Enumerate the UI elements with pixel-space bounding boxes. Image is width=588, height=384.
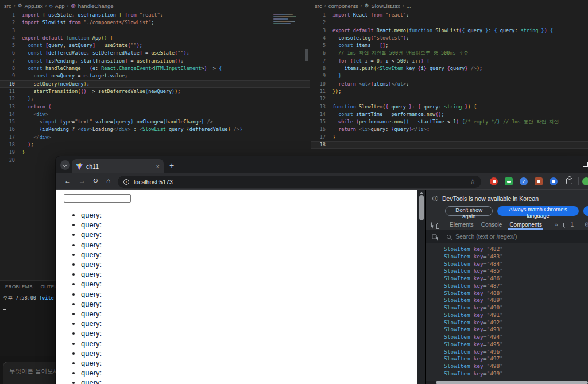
- component-tree-row[interactable]: SlowItem key="484": [444, 261, 588, 268]
- breadcrumb-item[interactable]: components: [328, 3, 358, 9]
- tab-close-icon[interactable]: ×: [156, 163, 160, 170]
- code-line[interactable]: 19}: [0, 149, 310, 156]
- code-line[interactable]: 15 while (performance.now() - startTime …: [311, 118, 588, 126]
- code-line[interactable]: 5 const items = [];: [311, 42, 588, 49]
- component-tree-row[interactable]: SlowItem key="485": [444, 267, 588, 275]
- code-line[interactable]: 1import { useState, useTransition } from…: [0, 11, 310, 19]
- code-line[interactable]: 9 }: [311, 72, 588, 80]
- code-line[interactable]: 1import React from "react";: [311, 11, 588, 19]
- component-tree-row[interactable]: SlowItem key="486": [444, 275, 588, 282]
- component-tree-row[interactable]: SlowItem key="491": [444, 312, 588, 319]
- maximize-button[interactable]: [583, 162, 588, 167]
- page-scrollbar[interactable]: [417, 190, 425, 384]
- code-line[interactable]: 11});: [311, 88, 588, 95]
- bookmark-star-icon[interactable]: ☆: [470, 178, 475, 185]
- tab-elements[interactable]: Elements: [448, 220, 475, 230]
- minimize-button[interactable]: –: [564, 160, 568, 166]
- check-extension-icon[interactable]: ✓: [520, 177, 528, 185]
- dismiss-button[interactable]: Don't show again: [445, 206, 493, 216]
- code-line[interactable]: 4 console.log("slowlist");: [311, 34, 588, 42]
- code-line[interactable]: 12 };: [0, 95, 310, 103]
- devtools-hscrollbar[interactable]: [426, 381, 588, 384]
- component-tree-row[interactable]: SlowItem key="496": [444, 348, 588, 356]
- reload-button[interactable]: ↻: [92, 177, 98, 185]
- minimap[interactable]: [273, 14, 301, 38]
- orange-extension-icon[interactable]: [535, 177, 543, 185]
- component-tree-row[interactable]: SlowItem key="483": [444, 253, 588, 261]
- tab-search-button[interactable]: [60, 160, 70, 170]
- forward-button[interactable]: →: [79, 177, 86, 185]
- code-line[interactable]: 16 {isPending ? <div>Loading</div> : <Sl…: [0, 126, 310, 133]
- component-tree-row[interactable]: SlowItem key="494": [444, 333, 588, 341]
- scrollbar-thumb[interactable]: [419, 195, 424, 220]
- code-line[interactable]: 17}: [311, 134, 588, 141]
- code-line[interactable]: 11 startTransition(() => setDeferredValu…: [0, 88, 310, 95]
- code-line[interactable]: 16 return <li>query: {query}</li>;: [311, 126, 588, 133]
- code-line[interactable]: 2import SlowList from "./components/Slow…: [0, 19, 310, 26]
- component-tree-row[interactable]: SlowItem key="488": [444, 290, 588, 297]
- new-tab-button[interactable]: +: [169, 161, 174, 170]
- component-tree-row[interactable]: SlowItem key="499": [444, 370, 588, 378]
- component-tree-row[interactable]: SlowItem key="492": [444, 319, 588, 327]
- code-editor-app[interactable]: 1import { useState, useTransition } from…: [0, 11, 310, 164]
- query-input[interactable]: [64, 194, 131, 203]
- code-line[interactable]: 6 // 1ms 작업 지연을 500번 반복하므로 총 500ms 소요: [311, 49, 588, 57]
- breadcrumb-item[interactable]: handleChange: [78, 3, 114, 9]
- scroll-up-icon[interactable]: [420, 192, 423, 194]
- component-tree-row[interactable]: SlowItem key="497": [444, 355, 588, 363]
- component-tree-row[interactable]: SlowItem key="495": [444, 341, 588, 348]
- green-extension-icon[interactable]: [505, 177, 513, 185]
- component-tree-row[interactable]: SlowItem key="482": [444, 246, 588, 253]
- code-line[interactable]: 6 const [defferedValue, setDeferredValue…: [0, 49, 310, 57]
- code-line[interactable]: 13function SlowItem({ query }: { query: …: [311, 103, 588, 111]
- back-button[interactable]: ←: [64, 177, 71, 185]
- device-toolbar-icon[interactable]: [437, 223, 438, 227]
- tab-problems[interactable]: PROBLEMS: [5, 284, 33, 289]
- shield-extension-icon[interactable]: [550, 177, 558, 185]
- code-line[interactable]: 2: [311, 19, 588, 26]
- code-line[interactable]: 12: [311, 95, 588, 103]
- code-line[interactable]: 17 </div>: [0, 134, 310, 141]
- tab-console[interactable]: Console: [480, 220, 504, 230]
- editor-scrollbar[interactable]: [305, 49, 308, 61]
- component-tree-row[interactable]: SlowItem key="487": [444, 282, 588, 290]
- code-line[interactable]: 18 );: [0, 141, 310, 149]
- component-tree-row[interactable]: SlowItem key="493": [444, 326, 588, 333]
- site-info-icon[interactable]: i: [123, 179, 129, 185]
- component-tree-row[interactable]: SlowItem key="498": [444, 363, 588, 370]
- tab-components[interactable]: Components: [508, 220, 543, 230]
- code-line[interactable]: 7 for (let i = 0; i < 500; i++) {: [311, 57, 588, 65]
- hscrollbar-thumb[interactable]: [436, 381, 588, 384]
- breadcrumb-item[interactable]: App.tsx: [25, 3, 43, 9]
- breadcrumb-item[interactable]: src: [315, 3, 322, 9]
- component-tree-row[interactable]: SlowItem key="490": [444, 304, 588, 312]
- code-line[interactable]: 13 return (: [0, 103, 310, 111]
- code-editor-slowlist[interactable]: 1import React from "react";23export defa…: [311, 11, 588, 149]
- home-button[interactable]: ⌂: [106, 177, 110, 185]
- match-language-button[interactable]: Always match Chrome's language: [497, 206, 578, 216]
- code-line[interactable]: 15 <input type="text" value={query} onCh…: [0, 118, 310, 126]
- breadcrumb-item[interactable]: ...: [407, 3, 411, 9]
- more-tabs-icon[interactable]: »: [555, 222, 558, 228]
- extensions-puzzle-icon[interactable]: [566, 178, 572, 184]
- code-line[interactable]: 8 const handleChange = (e: React.ChangeE…: [0, 65, 310, 72]
- cutoff-button[interactable]: [583, 206, 588, 216]
- issues-bubble-icon[interactable]: [563, 223, 564, 227]
- code-line[interactable]: 10 setQuery(newQuery);: [0, 80, 310, 88]
- inspect-element-icon[interactable]: [431, 222, 432, 227]
- code-line[interactable]: 7 const [isPending, startTransition] = u…: [0, 57, 310, 65]
- code-line[interactable]: 4export default function App() {: [0, 34, 310, 42]
- code-line[interactable]: 14 const startTime = performance.now();: [311, 111, 588, 118]
- code-line[interactable]: 3: [0, 27, 310, 34]
- devtools-search-bar[interactable]: Search (text or /regex/): [426, 230, 588, 243]
- code-line[interactable]: 14 <div>: [0, 111, 310, 118]
- code-line[interactable]: 5 const [query, setQuery] = useState("")…: [0, 42, 310, 49]
- breadcrumb-item[interactable]: src: [4, 3, 11, 9]
- breadcrumb-item[interactable]: SlowList.tsx: [372, 3, 400, 9]
- code-line[interactable]: 18: [311, 141, 588, 149]
- browser-tab[interactable]: ch11 ×: [72, 159, 164, 173]
- settings-gear-icon[interactable]: ⚙: [584, 221, 588, 228]
- address-bar[interactable]: i localhost:5173 ☆: [118, 176, 481, 188]
- breadcrumb-item[interactable]: App: [55, 3, 65, 9]
- adblock-extension-icon[interactable]: [490, 177, 498, 185]
